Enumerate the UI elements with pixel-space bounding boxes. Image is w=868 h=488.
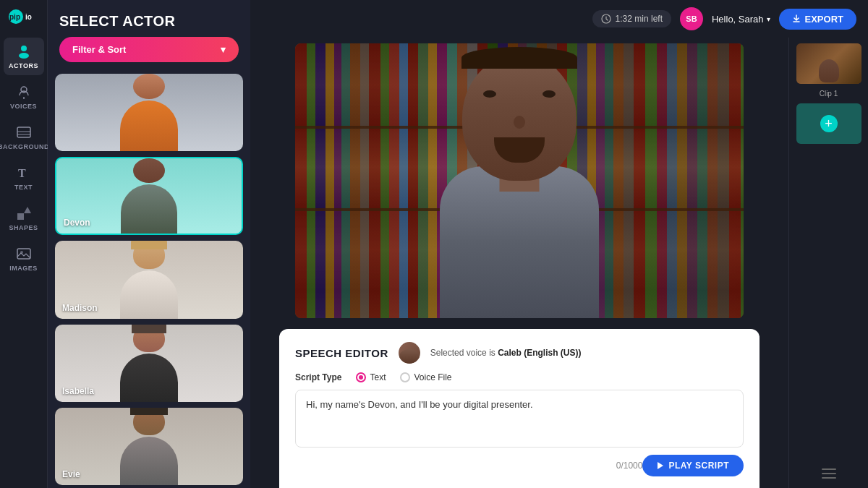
play-icon [657,461,664,470]
svg-rect-6 [17,127,30,137]
actor-name-madison: Madison [62,303,98,313]
svg-marker-11 [24,207,31,213]
sidebar: pip io ACTORS VOICES [0,0,48,488]
sidebar-text-label: TEXT [14,184,33,191]
export-icon [792,14,801,23]
actors-icon [16,43,32,59]
sidebar-shapes-label: SHAPES [9,224,38,231]
actor-name-devon: Devon [64,218,90,228]
radio-text-dot [356,372,366,382]
voice-avatar [399,342,420,364]
radio-text-option[interactable]: Text [356,372,386,382]
play-script-button[interactable]: PLAY SCRIPT [642,455,744,476]
app-logo: pip io [8,9,40,25]
sidebar-item-voices[interactable]: VOICES [4,78,44,116]
sidebar-images-label: IMAGES [9,265,38,272]
chevron-down-icon: ▾ [221,44,226,55]
actor-card-evie[interactable]: Evie [55,408,243,485]
svg-rect-16 [822,473,836,474]
svg-point-4 [19,53,29,59]
script-type-label: Script Type [295,372,341,382]
script-type-row: Script Type Text Voice File [295,372,744,382]
user-name-area[interactable]: Hello, Sarah ▾ [712,14,770,25]
sidebar-item-images[interactable]: IMAGES [4,240,44,278]
text-icon: T [16,165,32,181]
svg-text:T: T [18,167,26,179]
user-greeting: Hello, Sarah [712,14,764,25]
voice-info: Selected voice is Caleb (English (US)) [430,348,582,358]
time-left: 1:32 min left [616,14,663,24]
hamburger-icon[interactable] [822,467,836,482]
speech-editor-title: SPEECH EDITOR [295,347,388,359]
main-center: 1:32 min left SB Hello, Sarah ▾ EXPORT [250,0,868,488]
svg-rect-17 [822,477,836,479]
filter-sort-label: Filter & Sort [72,44,126,55]
actor-name-isabella: Isabella [62,386,94,396]
export-button[interactable]: EXPORT [779,9,856,30]
background-icon [16,124,32,140]
user-initials: SB [686,14,697,23]
add-clip-button[interactable]: + [796,103,861,144]
plus-icon: + [820,115,838,132]
sidebar-item-text[interactable]: T TEXT [4,159,44,197]
script-textarea[interactable]: Hi, my name's Devon, and I'll be your di… [295,390,744,448]
actor-card-1[interactable] [55,74,243,151]
shapes-icon [16,205,32,221]
voices-icon [16,84,32,100]
user-avatar: SB [680,7,703,30]
export-label: EXPORT [805,14,843,25]
svg-text:io: io [25,13,32,21]
voice-label: Selected voice is [430,348,495,358]
sidebar-background-label: BACKGROUND [0,143,49,150]
actor-grid: Devon Madison [48,71,250,488]
video-placeholder [295,43,744,318]
svg-point-3 [21,46,27,51]
actor-card-1-bg [55,74,243,151]
radio-voice-option[interactable]: Voice File [400,372,451,382]
svg-rect-10 [17,213,24,220]
topbar: 1:32 min left SB Hello, Sarah ▾ EXPORT [250,0,868,38]
timer-icon [601,14,611,24]
video-area [250,38,788,329]
actor-name-evie: Evie [62,469,80,479]
sidebar-actors-label: ACTORS [9,62,38,69]
actor-card-isabella[interactable]: Isabella [55,325,243,402]
sidebar-item-shapes[interactable]: SHAPES [4,200,44,237]
filter-sort-button[interactable]: Filter & Sort ▾ [59,37,239,62]
svg-text:pip: pip [9,13,20,21]
radio-text-label: Text [370,372,386,382]
clip-label-1: Clip 1 [820,90,838,98]
speech-editor: SPEECH EDITOR Selected voice is Caleb (E… [279,329,760,488]
time-badge: 1:32 min left [592,10,671,27]
page-title: SELECT ACTOR [59,13,239,30]
video-frame [295,43,744,318]
radio-voice-label: Voice File [414,372,451,382]
sidebar-item-background[interactable]: BACKGROUND [4,119,44,156]
right-panel: Clip 1 + [788,38,868,488]
char-count: 0/1000 [295,461,642,471]
actor-card-evie-bg [55,408,243,485]
actor-card-madison[interactable]: Madison [55,241,243,318]
actor-panel-header: SELECT ACTOR Filter & Sort ▾ [48,0,250,71]
sidebar-voices-label: VOICES [10,103,37,110]
user-chevron-icon: ▾ [767,15,770,23]
clip-thumbnail-1[interactable] [796,43,861,84]
speech-editor-header: SPEECH EDITOR Selected voice is Caleb (E… [295,342,744,364]
sidebar-item-actors[interactable]: ACTORS [4,38,44,75]
svg-rect-15 [822,468,836,470]
voice-name: Caleb (English (US)) [498,348,581,358]
actor-card-devon[interactable]: Devon [55,157,243,235]
images-icon [16,246,32,262]
speech-editor-footer: 0/1000 PLAY SCRIPT [295,455,744,476]
actor-panel: SELECT ACTOR Filter & Sort ▾ De [48,0,250,488]
svg-rect-12 [17,249,30,259]
play-script-label: PLAY SCRIPT [668,461,729,471]
radio-voice-dot [400,372,410,382]
